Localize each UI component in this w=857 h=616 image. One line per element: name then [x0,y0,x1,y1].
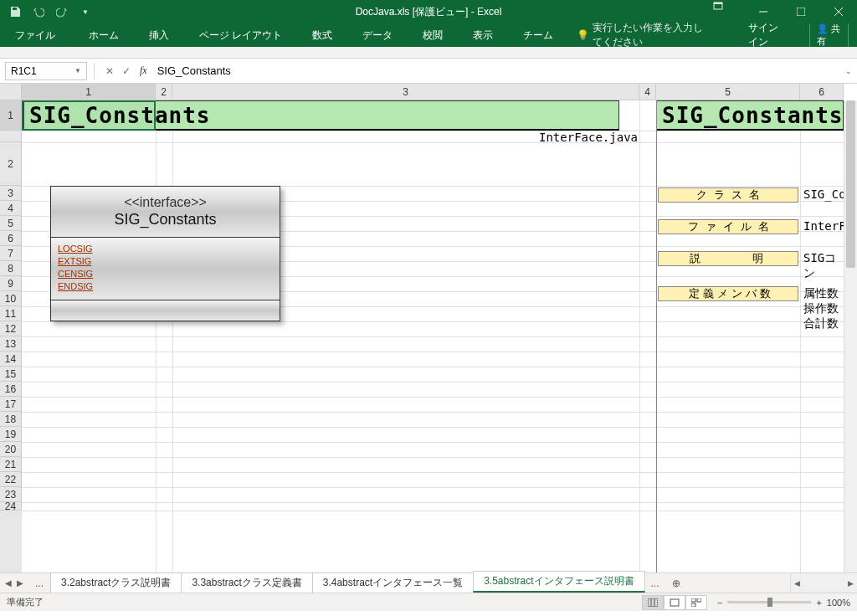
grid[interactable]: SIG_Constants SIG_Constants InterFace.ja… [22,100,844,572]
row-header[interactable]: 11 [0,306,22,321]
select-all-corner[interactable] [0,84,22,100]
sheet-tab[interactable]: 3.2abstractクラス説明書 [50,572,182,593]
row-header[interactable]: 21 [0,457,22,472]
vertical-scrollbar[interactable] [844,100,857,572]
column-header[interactable]: 2 [156,84,172,100]
zoom-out-icon[interactable]: − [717,598,722,608]
close-button[interactable] [819,0,857,23]
zoom-in-icon[interactable]: + [816,598,821,608]
label-description[interactable]: 説 明 [658,251,798,266]
cell-total-count[interactable]: 合計数 [803,316,839,331]
cell-op-count[interactable]: 操作数 [803,301,839,316]
view-pagelayout-button[interactable] [664,595,685,610]
cell-interface-java[interactable]: InterFace.java [172,131,638,144]
freeze-pane-line [656,100,657,572]
row-header[interactable]: 15 [0,367,22,382]
label-file-name[interactable]: ファイル名 [658,219,798,234]
tab-formulas[interactable]: 数式 [305,25,339,46]
uml-attr-link[interactable]: ENDSIG [58,280,273,293]
uml-attr-link[interactable]: LOCSIG [58,243,273,255]
formula-input[interactable] [152,64,840,77]
expand-formula-icon[interactable]: ⌄ [840,67,857,75]
ribbon-options-icon[interactable] [712,0,724,23]
cell-file-value[interactable]: InterF [803,219,844,233]
tab-pagelayout[interactable]: ページ レイアウト [192,25,289,46]
qa-customize-icon[interactable]: ▼ [79,5,92,18]
fx-icon[interactable]: fx [140,64,147,77]
row-header[interactable]: 5 [0,216,22,231]
row-header[interactable]: 16 [0,382,22,397]
row-header[interactable]: 1 [0,100,22,131]
uml-attr-link[interactable]: CENSIG [58,268,273,280]
row-header[interactable]: 2 [0,142,22,186]
tab-view[interactable]: 表示 [466,25,500,46]
cell-attr-count[interactable]: 属性数 [803,286,839,301]
chevron-down-icon[interactable]: ▼ [74,67,81,74]
horizontal-scrollbar[interactable]: ◀▶ [790,573,857,593]
sheet-tab[interactable]: 3.4abstractインタフェース一覧 [312,572,474,593]
enter-formula-icon[interactable]: ✓ [118,65,135,77]
undo-icon[interactable] [32,5,45,18]
tab-more-right[interactable]: ... [644,573,666,593]
row-header[interactable]: 20 [0,442,22,457]
row-header[interactable]: 17 [0,397,22,412]
row-headers[interactable]: 123456789101112131415161718192021222324 [0,100,22,572]
tab-data[interactable]: データ [356,25,399,46]
label-member-count[interactable]: 定義メンバ数 [658,286,798,301]
add-sheet-button[interactable]: ⊕ [666,573,686,593]
row-header[interactable]: 22 [0,472,22,487]
tab-nav[interactable]: ◀▶ [0,573,28,593]
column-headers[interactable]: 123456 [22,84,844,100]
zoom-control[interactable]: − + 100% [717,598,850,608]
row-header[interactable]: 10 [0,291,22,306]
row-header[interactable]: 12 [0,321,22,336]
row-header[interactable]: 14 [0,352,22,367]
tell-me-box[interactable]: 💡 実行したい作業を入力してください [577,21,708,49]
save-icon[interactable] [8,5,22,18]
row-header[interactable]: 7 [0,246,22,261]
row-header[interactable] [0,131,22,142]
name-box[interactable]: R1C1 ▼ [5,62,87,80]
tab-insert[interactable]: 挿入 [142,25,176,46]
sheet-tab-active[interactable]: 3.5abstractインタフェース説明書 [473,571,644,593]
view-pagebreak-button[interactable] [685,595,707,610]
row-header[interactable]: 18 [0,412,22,427]
zoom-value[interactable]: 100% [827,598,850,608]
redo-icon[interactable] [55,5,69,18]
sheet-tab[interactable]: 3.3abstractクラス定義書 [181,572,312,593]
tab-team[interactable]: チーム [516,25,560,46]
minimize-button[interactable] [744,0,782,23]
uml-diagram[interactable]: <<interface>> SIG_Constants LOCSIG EXTSI… [50,186,280,321]
scrollbar-thumb[interactable] [846,100,855,268]
row-header[interactable]: 13 [0,336,22,352]
row-header[interactable]: 9 [0,276,22,291]
cell-class-value[interactable]: SIG_Co [803,187,844,201]
view-normal-button[interactable] [642,595,664,610]
row-header[interactable]: 19 [0,427,22,442]
label-class-name[interactable]: クラス名 [658,187,798,203]
column-header[interactable]: 4 [639,84,656,100]
maximize-button[interactable] [782,0,819,23]
uml-classname: SIG_Constants [54,211,276,228]
row-header[interactable]: 8 [0,261,22,276]
tab-more-left[interactable]: ... [28,573,50,593]
row-header[interactable]: 4 [0,201,22,216]
row-header[interactable]: 6 [0,231,22,246]
column-header[interactable]: 3 [172,84,639,100]
column-header[interactable]: 6 [800,84,844,100]
zoom-slider[interactable] [727,601,811,603]
share-button[interactable]: 👤 共有 [809,20,849,50]
row-header[interactable]: 3 [0,186,22,201]
cell-title-right[interactable]: SIG_Constants [656,100,844,131]
column-header[interactable]: 1 [22,84,156,100]
cancel-formula-icon[interactable]: ✕ [101,65,118,77]
tab-file[interactable]: ファイル [8,25,62,46]
sheet-tab-strip: ◀▶ ... 3.2abstractクラス説明書 3.3abstractクラス定… [0,572,857,593]
svg-rect-10 [691,598,695,602]
column-header[interactable]: 5 [656,84,800,100]
cell-desc-value[interactable]: SIGコン [803,251,844,281]
uml-attr-link[interactable]: EXTSIG [58,255,273,268]
tab-home[interactable]: ホーム [82,25,126,46]
row-header[interactable]: 24 [0,502,22,511]
tab-review[interactable]: 校閲 [416,25,449,46]
